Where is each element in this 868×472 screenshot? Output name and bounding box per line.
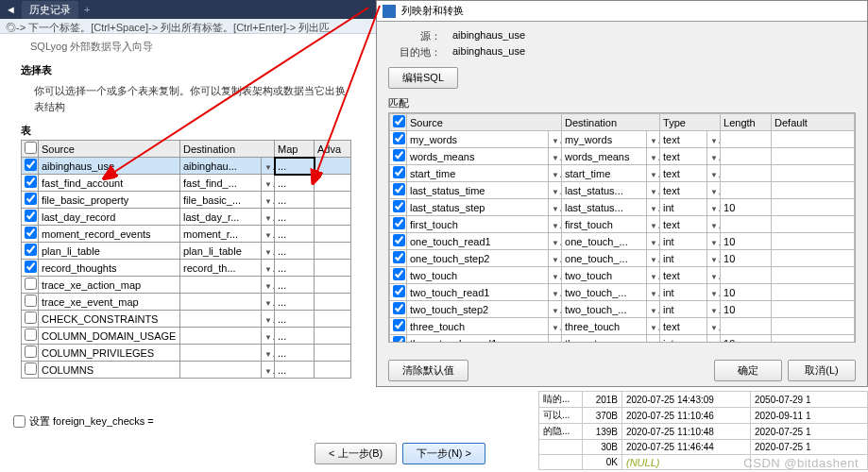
map-row-checkbox[interactable] [390, 335, 407, 344]
map-default[interactable] [772, 182, 855, 199]
map-type[interactable]: text [660, 182, 707, 199]
row-destination[interactable] [180, 345, 262, 362]
history-tab[interactable]: 历史记录 [22, 1, 78, 19]
map-type[interactable]: int [660, 199, 707, 216]
dst-dropdown-icon[interactable]: ▼ [647, 250, 660, 267]
table-row[interactable]: trace_xe_event_map▼... [22, 294, 351, 311]
map-type[interactable]: text [660, 148, 707, 165]
row-destination[interactable] [180, 294, 262, 311]
file-row[interactable]: 的隐...139B2020-07-25 11:10:482020-07-25 1 [539, 424, 868, 440]
map-default[interactable] [772, 199, 855, 216]
map-length[interactable]: 10 [721, 199, 772, 216]
type-dropdown-icon[interactable]: ▼ [707, 148, 721, 165]
dst-dropdown-icon[interactable]: ▼ [647, 284, 660, 301]
map-row-checkbox[interactable] [390, 267, 407, 284]
map-destination[interactable]: three_touc... [562, 335, 647, 344]
table-row[interactable]: aibinghaus_useaibinghau...▼... [22, 158, 351, 175]
map-type[interactable]: int [660, 284, 707, 301]
row-checkbox[interactable] [22, 175, 39, 192]
mapping-row[interactable]: last_status_time▼last_status...▼text▼ [390, 182, 855, 199]
row-destination[interactable]: record_th... [180, 260, 262, 277]
header-advanced[interactable]: Adva [315, 141, 351, 158]
file-row[interactable]: 30B2020-07-25 11:46:442020-07-25 1 [539, 440, 868, 455]
map-type[interactable]: text [660, 267, 707, 284]
map-type[interactable]: text [660, 165, 707, 182]
advanced-button[interactable] [315, 192, 351, 209]
map-length[interactable]: 10 [721, 301, 772, 318]
map-type[interactable]: text [660, 131, 707, 148]
map-button[interactable]: ... [275, 362, 315, 379]
table-row[interactable]: trace_xe_action_map▼... [22, 277, 351, 294]
map-row-checkbox[interactable] [390, 250, 407, 267]
map-button[interactable]: ... [275, 277, 315, 294]
map-length[interactable]: 10 [721, 335, 772, 344]
file-row[interactable]: 可以...370B2020-07-25 11:10:462020-09-11 1 [539, 408, 868, 424]
map-length[interactable] [721, 131, 772, 148]
table-row[interactable]: plan_li_tableplan_li_table▼... [22, 243, 351, 260]
advanced-button[interactable] [315, 209, 351, 226]
map-default[interactable] [772, 233, 855, 250]
dest-dropdown-icon[interactable]: ▼ [262, 158, 275, 175]
map-button[interactable]: ... [275, 209, 315, 226]
map-length[interactable] [721, 318, 772, 335]
advanced-button[interactable] [315, 294, 351, 311]
cancel-button[interactable]: 取消(L) [788, 360, 856, 381]
row-destination[interactable] [180, 277, 262, 294]
map-header-source[interactable]: Source [407, 114, 562, 131]
map-type[interactable]: text [660, 318, 707, 335]
table-row[interactable]: COLUMNS▼... [22, 362, 351, 379]
src-dropdown-icon[interactable]: ▼ [549, 216, 562, 233]
dest-dropdown-icon[interactable]: ▼ [262, 226, 275, 243]
map-row-checkbox[interactable] [390, 216, 407, 233]
advanced-button[interactable] [315, 362, 351, 379]
map-default[interactable] [772, 250, 855, 267]
table-row[interactable]: file_basic_propertyfile_basic_...▼... [22, 192, 351, 209]
dst-dropdown-icon[interactable]: ▼ [647, 335, 660, 344]
map-button[interactable]: ... [275, 226, 315, 243]
type-dropdown-icon[interactable]: ▼ [707, 318, 721, 335]
map-row-checkbox[interactable] [390, 199, 407, 216]
map-length[interactable] [721, 182, 772, 199]
map-length[interactable] [721, 148, 772, 165]
row-checkbox[interactable] [22, 192, 39, 209]
dest-dropdown-icon[interactable]: ▼ [262, 294, 275, 311]
mapping-row[interactable]: three_touch_read1▼three_touc...▼int▼10 [390, 335, 855, 344]
type-dropdown-icon[interactable]: ▼ [707, 284, 721, 301]
map-destination[interactable]: two_touch_... [562, 284, 647, 301]
mapping-row[interactable]: two_touch_read1▼two_touch_...▼int▼10 [390, 284, 855, 301]
table-row[interactable]: last_day_recordlast_day_r...▼... [22, 209, 351, 226]
header-map[interactable]: Map [275, 141, 315, 158]
row-checkbox[interactable] [22, 209, 39, 226]
src-dropdown-icon[interactable]: ▼ [549, 182, 562, 199]
src-dropdown-icon[interactable]: ▼ [549, 233, 562, 250]
prev-button[interactable]: < 上一步(B) [315, 443, 397, 464]
mapping-row[interactable]: three_touch▼three_touch▼text▼ [390, 318, 855, 335]
map-destination[interactable]: first_touch [562, 216, 647, 233]
type-dropdown-icon[interactable]: ▼ [707, 131, 721, 148]
dest-dropdown-icon[interactable]: ▼ [262, 192, 275, 209]
header-destination[interactable]: Destination [180, 141, 275, 158]
src-dropdown-icon[interactable]: ▼ [549, 148, 562, 165]
advanced-button[interactable] [315, 260, 351, 277]
table-row[interactable]: record_thoughtsrecord_th...▼... [22, 260, 351, 277]
row-destination[interactable]: aibinghau... [180, 158, 262, 175]
map-default[interactable] [772, 165, 855, 182]
dst-dropdown-icon[interactable]: ▼ [647, 267, 660, 284]
src-dropdown-icon[interactable]: ▼ [549, 284, 562, 301]
map-length[interactable] [721, 216, 772, 233]
dest-dropdown-icon[interactable]: ▼ [262, 209, 275, 226]
table-row[interactable]: COLUMN_DOMAIN_USAGE▼... [22, 328, 351, 345]
map-header-checkbox[interactable] [390, 114, 407, 131]
type-dropdown-icon[interactable]: ▼ [707, 335, 721, 344]
map-row-checkbox[interactable] [390, 165, 407, 182]
map-type[interactable]: int [660, 301, 707, 318]
dest-dropdown-icon[interactable]: ▼ [262, 311, 275, 328]
src-dropdown-icon[interactable]: ▼ [549, 267, 562, 284]
row-destination[interactable]: fast_find_... [180, 175, 262, 192]
row-destination[interactable] [180, 311, 262, 328]
map-button[interactable]: ... [275, 192, 315, 209]
dst-dropdown-icon[interactable]: ▼ [647, 199, 660, 216]
map-header-destination[interactable]: Destination [562, 114, 660, 131]
row-destination[interactable]: last_day_r... [180, 209, 262, 226]
map-length[interactable] [721, 267, 772, 284]
